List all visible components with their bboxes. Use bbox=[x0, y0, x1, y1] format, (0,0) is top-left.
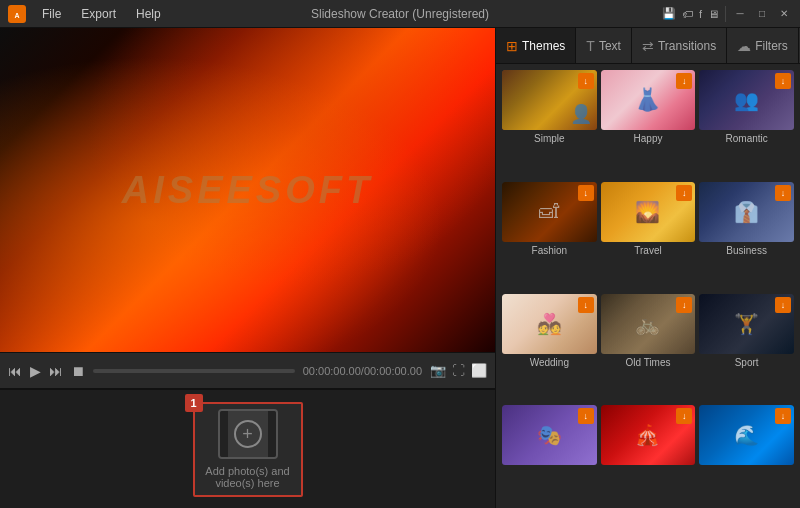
add-media-slot[interactable]: 1 + Add photo(s) and video(s) here bbox=[193, 402, 303, 497]
theme-happy-download[interactable]: ↓ bbox=[676, 73, 692, 89]
aspect-icon[interactable]: ⬜ bbox=[471, 363, 487, 378]
tab-themes[interactable]: ⊞ Themes bbox=[496, 28, 576, 63]
left-panel: AISEESOFT ⏮ ▶ ⏭ ⏹ 00:00:00.00/00:00:00.0… bbox=[0, 28, 495, 508]
menu-file[interactable]: File bbox=[34, 5, 69, 23]
preview-area: AISEESOFT bbox=[0, 28, 495, 352]
theme-romantic-download[interactable]: ↓ bbox=[775, 73, 791, 89]
playback-controls: ⏮ ▶ ⏭ ⏹ 00:00:00.00/00:00:00.00 📷 ⛶ ⬜ bbox=[0, 352, 495, 388]
theme-happy[interactable]: 👗 ↓ Happy bbox=[601, 70, 696, 178]
theme-romantic-label: Romantic bbox=[699, 130, 794, 147]
app-icon: A bbox=[8, 5, 26, 23]
theme-old-times-download[interactable]: ↓ bbox=[676, 297, 692, 313]
theme-sport[interactable]: 🏋 ↓ Sport bbox=[699, 294, 794, 402]
icon-tag[interactable]: 🏷 bbox=[682, 8, 693, 20]
control-icons: 📷 ⛶ ⬜ bbox=[430, 363, 487, 378]
tab-filters-label: Filters bbox=[755, 39, 788, 53]
skip-back-button[interactable]: ⏮ bbox=[8, 363, 22, 379]
themes-icon: ⊞ bbox=[506, 38, 518, 54]
tab-transitions[interactable]: ⇄ Transitions bbox=[632, 28, 727, 63]
menu-help[interactable]: Help bbox=[128, 5, 169, 23]
time-display: 00:00:00.00/00:00:00.00 bbox=[303, 365, 422, 377]
theme-business-download[interactable]: ↓ bbox=[775, 185, 791, 201]
screenshot-icon[interactable]: 📷 bbox=[430, 363, 446, 378]
titlebar-controls: 💾 🏷 f 🖥 ─ □ ✕ bbox=[662, 6, 792, 22]
window-title: Slideshow Creator (Unregistered) bbox=[311, 7, 489, 21]
theme-simple-label: Simple bbox=[502, 130, 597, 147]
menu-export[interactable]: Export bbox=[73, 5, 124, 23]
tabs-bar: ⊞ Themes T Text ⇄ Transitions ☁ Filters … bbox=[496, 28, 800, 64]
right-panel: ⊞ Themes T Text ⇄ Transitions ☁ Filters … bbox=[495, 28, 800, 508]
theme-extra1[interactable]: 🎭 ↓ bbox=[502, 405, 597, 502]
menu-bar: File Export Help bbox=[34, 5, 169, 23]
add-media-label: Add photo(s) and video(s) here bbox=[195, 465, 301, 489]
preview-background: AISEESOFT bbox=[0, 28, 495, 352]
theme-simple-download[interactable]: ↓ bbox=[578, 73, 594, 89]
window-maximize-button[interactable]: □ bbox=[754, 6, 770, 22]
filters-icon: ☁ bbox=[737, 38, 751, 54]
window-close-button[interactable]: ✕ bbox=[776, 6, 792, 22]
theme-extra2-label bbox=[601, 465, 696, 471]
svg-text:A: A bbox=[14, 11, 19, 18]
tab-text[interactable]: T Text bbox=[576, 28, 632, 63]
theme-fashion[interactable]: 🛋 ↓ Fashion bbox=[502, 182, 597, 290]
text-tab-icon: T bbox=[586, 38, 595, 54]
theme-business-label: Business bbox=[699, 242, 794, 259]
titlebar-left: A File Export Help bbox=[8, 5, 169, 23]
theme-travel[interactable]: 🌄 ↓ Travel bbox=[601, 182, 696, 290]
tab-transitions-label: Transitions bbox=[658, 39, 716, 53]
theme-extra1-label bbox=[502, 465, 597, 471]
themes-grid: 👤 ↓ Simple 👗 ↓ Happy 👥 ↓ Romantic bbox=[496, 64, 800, 508]
main-layout: AISEESOFT ⏮ ▶ ⏭ ⏹ 00:00:00.00/00:00:00.0… bbox=[0, 28, 800, 508]
theme-old-times[interactable]: 🚲 ↓ Old Times bbox=[601, 294, 696, 402]
plus-icon: + bbox=[234, 420, 262, 448]
theme-extra2[interactable]: 🎪 ↓ bbox=[601, 405, 696, 502]
progress-bar[interactable] bbox=[93, 369, 295, 373]
preview-watermark: AISEESOFT bbox=[122, 169, 373, 212]
theme-wedding-label: Wedding bbox=[502, 354, 597, 371]
slot-number: 1 bbox=[185, 394, 203, 412]
window-minimize-button[interactable]: ─ bbox=[732, 6, 748, 22]
fullscreen-icon[interactable]: ⛶ bbox=[452, 363, 465, 378]
theme-simple[interactable]: 👤 ↓ Simple bbox=[502, 70, 597, 178]
theme-extra3-label bbox=[699, 465, 794, 471]
theme-extra2-download[interactable]: ↓ bbox=[676, 408, 692, 424]
theme-fashion-label: Fashion bbox=[502, 242, 597, 259]
divider bbox=[725, 6, 726, 22]
theme-sport-download[interactable]: ↓ bbox=[775, 297, 791, 313]
theme-wedding[interactable]: 💑 ↓ Wedding bbox=[502, 294, 597, 402]
film-icon: + bbox=[218, 409, 278, 459]
icon-share[interactable]: f bbox=[699, 8, 702, 20]
theme-fashion-download[interactable]: ↓ bbox=[578, 185, 594, 201]
tab-text-label: Text bbox=[599, 39, 621, 53]
icon-monitor[interactable]: 🖥 bbox=[708, 8, 719, 20]
theme-travel-label: Travel bbox=[601, 242, 696, 259]
tab-themes-label: Themes bbox=[522, 39, 565, 53]
stop-button[interactable]: ⏹ bbox=[71, 363, 85, 379]
tab-filters[interactable]: ☁ Filters bbox=[727, 28, 799, 63]
theme-wedding-download[interactable]: ↓ bbox=[578, 297, 594, 313]
theme-sport-label: Sport bbox=[699, 354, 794, 371]
theme-extra3[interactable]: 🌊 ↓ bbox=[699, 405, 794, 502]
theme-travel-download[interactable]: ↓ bbox=[676, 185, 692, 201]
theme-happy-label: Happy bbox=[601, 130, 696, 147]
theme-romantic[interactable]: 👥 ↓ Romantic bbox=[699, 70, 794, 178]
theme-old-times-label: Old Times bbox=[601, 354, 696, 371]
timeline: 1 + Add photo(s) and video(s) here bbox=[0, 388, 495, 508]
theme-extra3-download[interactable]: ↓ bbox=[775, 408, 791, 424]
transitions-icon: ⇄ bbox=[642, 38, 654, 54]
theme-extra1-download[interactable]: ↓ bbox=[578, 408, 594, 424]
titlebar: A File Export Help Slideshow Creator (Un… bbox=[0, 0, 800, 28]
theme-business[interactable]: 👔 ↓ Business bbox=[699, 182, 794, 290]
skip-forward-button[interactable]: ⏭ bbox=[49, 363, 63, 379]
icon-save[interactable]: 💾 bbox=[662, 7, 676, 20]
play-button[interactable]: ▶ bbox=[30, 363, 41, 379]
